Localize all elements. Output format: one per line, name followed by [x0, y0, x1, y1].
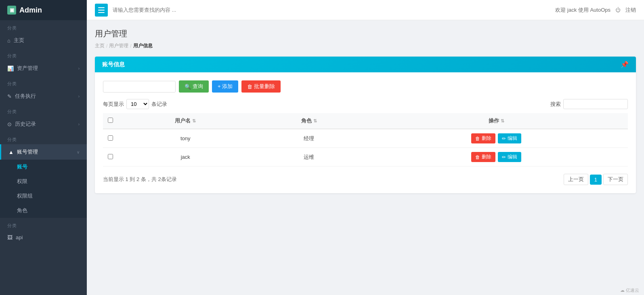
row-username: tony — [118, 129, 253, 148]
edit-button[interactable]: ✏ 编辑 — [498, 133, 521, 143]
prev-page-button[interactable]: 上一页 — [564, 174, 588, 185]
footer: ☁ 亿速云 — [615, 286, 644, 295]
asset-icon: 📊 — [7, 65, 14, 72]
app-title: Admin — [19, 6, 42, 15]
select-all-checkbox[interactable] — [108, 118, 113, 123]
sidebar-sub-item-permission-group[interactable]: 权限组 — [0, 189, 87, 203]
pagination-controls: 上一页 1 下一页 — [564, 174, 628, 185]
next-page-button[interactable]: 下一页 — [603, 174, 628, 185]
trash-icon: 🗑 — [475, 136, 480, 141]
sidebar-toggle-button[interactable] — [95, 4, 108, 17]
pagination: 当前显示 1 到 2 条，共 2条记录 上一页 1 下一页 — [103, 174, 628, 185]
sort-username-icon[interactable]: ⇅ — [192, 118, 196, 123]
sidebar-item-label-history: 历史记录 — [15, 120, 36, 128]
sort-actions-icon[interactable]: ⇅ — [501, 118, 504, 123]
filter-input[interactable] — [103, 81, 176, 93]
row-username: jack — [118, 148, 253, 166]
toolbar: 🔍 查询 + 添加 🗑 批量删除 — [103, 80, 628, 93]
row-actions: 🗑 删除 ✏ 编辑 — [365, 129, 628, 148]
breadcrumb-home[interactable]: 主页 — [95, 42, 105, 49]
pagination-info: 当前显示 1 到 2 条，共 2条记录 — [103, 176, 177, 183]
logout-button[interactable]: 注销 — [625, 6, 636, 14]
chevron-right-icon: › — [78, 66, 80, 71]
sidebar-category-6: 分类 — [0, 218, 87, 230]
query-button[interactable]: 🔍 查询 — [179, 80, 209, 93]
sidebar-item-api[interactable]: 🖼 api — [0, 230, 87, 244]
toggle-line-3 — [98, 12, 105, 13]
welcome-text: 欢迎 jack 使用 AutoOps — [555, 6, 610, 14]
breadcrumb-sep-2: / — [130, 43, 131, 49]
history-icon: ⊙ — [7, 121, 12, 127]
per-page-select[interactable]: 10 20 50 100 — [126, 99, 149, 109]
sidebar-item-home[interactable]: ⌂ 主页 — [0, 33, 87, 48]
row-checkbox-cell — [103, 148, 118, 166]
sidebar-category-3: 分类 — [0, 76, 87, 88]
sidebar-sub-item-permission[interactable]: 权限 — [0, 174, 87, 189]
toggle-line-1 — [98, 7, 105, 8]
table-search-input[interactable] — [563, 99, 628, 109]
card-header-title: 账号信息 — [102, 61, 125, 68]
per-page-label-before: 每页显示 — [103, 101, 124, 108]
sidebar-sub-item-role[interactable]: 角色 — [0, 203, 87, 218]
row-checkbox[interactable] — [108, 154, 113, 159]
chevron-right-icon-task: › — [78, 94, 80, 99]
page-1-button[interactable]: 1 — [590, 175, 602, 185]
table-controls-right: 搜索 — [550, 99, 628, 109]
search-icon: 🔍 — [185, 84, 191, 90]
account-card: 账号信息 📌 🔍 查询 + 添加 🗑 批量删除 — [95, 57, 636, 193]
row-role: 经理 — [253, 129, 365, 148]
sidebar: ▣ Admin 分类 ⌂ 主页 分类 📊 资产管理 › 分类 ✎ 任务执行 › … — [0, 0, 87, 295]
sidebar-sub-account: 账号 权限 权限组 角色 — [0, 160, 87, 218]
table-controls: 每页显示 10 20 50 100 条记录 搜索 — [103, 99, 628, 109]
sidebar-item-label-home: 主页 — [14, 37, 24, 44]
sidebar-category-4: 分类 — [0, 104, 87, 116]
row-checkbox-cell — [103, 129, 118, 148]
sidebar-item-label-account: 账号管理 — [17, 148, 38, 156]
trash-icon: 🗑 — [247, 84, 252, 90]
table-row: tony 经理 🗑 删除 ✏ 编辑 — [103, 129, 628, 148]
account-icon: ▲ — [8, 149, 14, 155]
sidebar-item-label-asset: 资产管理 — [17, 65, 38, 72]
task-icon: ✎ — [7, 93, 12, 99]
row-checkbox[interactable] — [108, 135, 113, 141]
chevron-right-icon-history: › — [78, 122, 80, 126]
search-label: 搜索 — [550, 101, 561, 108]
sort-role-icon[interactable]: ⇅ — [313, 118, 317, 123]
sidebar-item-label-task: 任务执行 — [15, 93, 36, 100]
add-button[interactable]: + 添加 — [212, 80, 238, 93]
topbar-right: 欢迎 jack 使用 AutoOps ⏻ 注销 — [555, 6, 636, 14]
edit-button[interactable]: ✏ 编辑 — [498, 152, 521, 162]
sidebar-category-1: 分类 — [0, 20, 87, 33]
logout-icon: ⏻ — [615, 7, 621, 13]
breadcrumb: 主页 / 用户管理 / 用户信息 — [95, 42, 636, 49]
breadcrumb-current: 用户信息 — [133, 42, 153, 49]
sidebar-category-2: 分类 — [0, 48, 87, 61]
th-actions: 操作⇅ — [365, 113, 628, 129]
sidebar-item-task[interactable]: ✎ 任务执行 › — [0, 88, 87, 104]
api-icon: 🖼 — [7, 234, 13, 240]
sidebar-item-account[interactable]: ▲ 账号管理 ∨ — [0, 144, 87, 160]
pin-icon[interactable]: 📌 — [621, 61, 629, 68]
topbar-search-input[interactable] — [113, 7, 550, 13]
sidebar-item-history[interactable]: ⊙ 历史记录 › — [0, 116, 87, 132]
per-page-label-after: 条记录 — [151, 101, 167, 108]
brand-icon: ☁ — [620, 288, 625, 293]
breadcrumb-user-management[interactable]: 用户管理 — [109, 42, 128, 49]
th-checkbox — [103, 113, 118, 129]
sidebar-item-asset[interactable]: 📊 资产管理 › — [0, 61, 87, 76]
trash-icon: 🗑 — [475, 154, 480, 160]
delete-button[interactable]: 🗑 删除 — [471, 152, 495, 162]
topbar: 欢迎 jack 使用 AutoOps ⏻ 注销 — [87, 0, 644, 20]
delete-button[interactable]: 🗑 删除 — [471, 133, 495, 143]
card-body: 🔍 查询 + 添加 🗑 批量删除 每页显示 — [95, 72, 636, 193]
edit-icon: ✏ — [502, 154, 506, 160]
card-header: 账号信息 📌 — [95, 57, 636, 72]
sidebar-sub-item-account[interactable]: 账号 — [0, 160, 87, 174]
batch-delete-button[interactable]: 🗑 批量删除 — [241, 80, 281, 93]
toggle-line-2 — [98, 10, 105, 11]
breadcrumb-sep-1: / — [106, 43, 107, 49]
content-area: 用户管理 主页 / 用户管理 / 用户信息 账号信息 📌 🔍 查询 — [87, 20, 644, 295]
page-title: 用户管理 — [95, 28, 636, 39]
sidebar-item-label-api: api — [16, 234, 23, 240]
table-row: jack 运维 🗑 删除 ✏ 编辑 — [103, 148, 628, 166]
